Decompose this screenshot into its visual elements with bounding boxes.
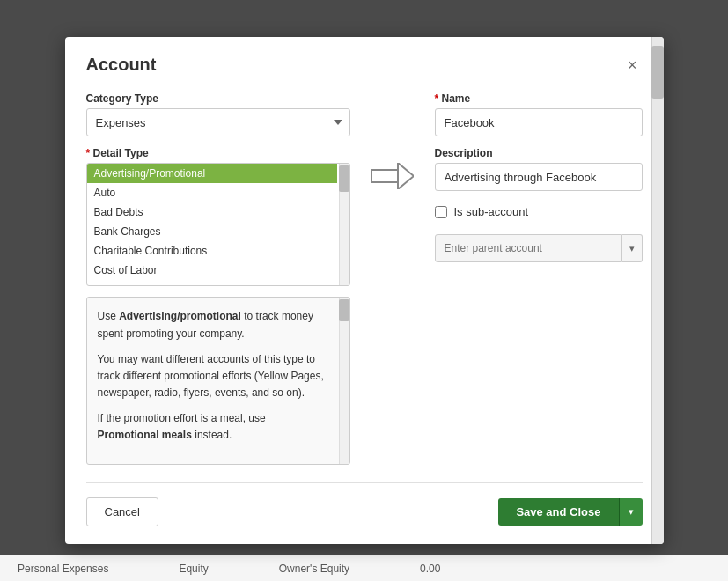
description-group: Description — [435, 147, 643, 191]
svg-marker-1 — [398, 163, 414, 189]
right-column: Name Description Is sub-account ▾ — [435, 92, 643, 464]
modal-footer: Cancel Save and Close ▾ — [86, 482, 643, 526]
sub-account-row: Is sub-account — [435, 205, 643, 218]
detail-type-label: Detail Type — [86, 147, 350, 159]
modal-scrollbar[interactable] — [651, 37, 664, 543]
desc-line2: You may want different accounts of this … — [98, 351, 327, 402]
arrow-indicator — [371, 92, 414, 464]
modal-title: Account — [86, 55, 157, 75]
modal-scrollbar-thumb — [651, 46, 664, 99]
category-type-group: Category Type Expenses — [86, 92, 350, 136]
category-type-select[interactable]: Expenses — [86, 108, 350, 136]
bg-col1: Personal Expenses — [18, 563, 108, 575]
sub-account-checkbox[interactable] — [435, 206, 447, 218]
detail-list-item[interactable]: Charitable Contributions — [87, 241, 337, 261]
name-label: Name — [435, 92, 643, 105]
bg-col2: Equity — [179, 563, 208, 575]
close-button[interactable]: × — [622, 55, 643, 75]
description-content: Use Advertising/promotional to track mon… — [98, 308, 339, 444]
left-column: Category Type Expenses Detail Type Adver… — [86, 92, 350, 464]
desc-line1: Use Advertising/promotional to track mon… — [98, 308, 327, 342]
desc-scrollbar-thumb — [339, 299, 349, 321]
parent-account-dropdown-button[interactable]: ▾ — [622, 234, 643, 262]
account-modal: Account × Category Type Expenses Detail … — [65, 37, 664, 543]
description-input[interactable] — [435, 163, 643, 191]
save-dropdown-button[interactable]: ▾ — [619, 498, 643, 526]
parent-account-input[interactable] — [435, 234, 622, 262]
desc-scrollbar[interactable] — [339, 298, 349, 463]
detail-list-item[interactable]: Cost of Labor — [87, 261, 337, 280]
modal-header: Account × — [86, 55, 643, 75]
category-type-label: Category Type — [86, 92, 350, 105]
right-arrow-icon — [371, 163, 414, 189]
detail-list-item[interactable]: Bad Debts — [87, 202, 337, 222]
description-label: Description — [435, 147, 643, 159]
detail-list-item[interactable]: Bank Charges — [87, 222, 337, 241]
sub-account-label: Is sub-account — [454, 205, 529, 218]
name-input[interactable] — [435, 108, 643, 136]
detail-type-listbox: Advertising/Promotional Auto Bad Debts B… — [87, 164, 349, 286]
parent-account-group: ▾ — [435, 234, 643, 262]
name-group: Name — [435, 92, 643, 136]
bg-col4: 0.00 — [420, 563, 440, 575]
detail-type-list[interactable]: Advertising/Promotional Auto Bad Debts B… — [86, 163, 350, 286]
detail-type-description: Use Advertising/promotional to track mon… — [86, 297, 350, 464]
modal-body: Category Type Expenses Detail Type Adver… — [86, 92, 643, 464]
detail-list-item[interactable]: Advertising/Promotional — [87, 164, 337, 183]
detail-list-scrollbar-thumb — [339, 165, 349, 192]
bg-col3: Owner's Equity — [279, 563, 349, 575]
detail-type-group: Detail Type Advertising/Promotional Auto… — [86, 147, 350, 286]
cancel-button[interactable]: Cancel — [86, 497, 158, 526]
detail-list-scrollbar[interactable] — [339, 164, 349, 285]
save-and-close-button[interactable]: Save and Close — [498, 498, 618, 526]
detail-list-item[interactable]: Auto — [87, 183, 337, 202]
detail-list-item[interactable]: Dues & subscriptions — [87, 280, 337, 286]
svg-rect-0 — [371, 170, 398, 182]
desc-line3: If the promotion effort is a meal, use P… — [98, 410, 327, 444]
save-button-group: Save and Close ▾ — [498, 498, 642, 526]
